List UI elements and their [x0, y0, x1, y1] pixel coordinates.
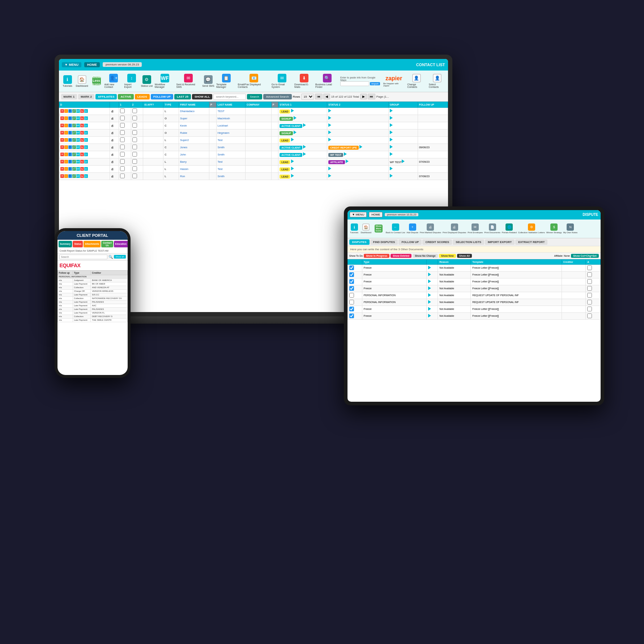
tab-follow-up[interactable]: FOLLOW UP: [398, 239, 422, 245]
checkbox-2[interactable]: [132, 145, 137, 149]
show-col-button[interactable]: Show Col+Chg+Set: [571, 254, 599, 258]
table-cell-lastname[interactable]: Smith: [216, 151, 246, 158]
table-cell-lastname[interactable]: Smith: [216, 172, 246, 180]
tab-import-export[interactable]: IMPORT EXPORT: [485, 239, 515, 245]
table-cell-firstname[interactable]: John: [179, 151, 209, 158]
table-cell-firstname[interactable]: Dhaniadaco: [179, 107, 209, 115]
table-cell-lastname[interactable]: Test: [216, 158, 246, 165]
table-cell-lastname[interactable]: Lockhart: [216, 122, 246, 129]
table-cell-lastname[interactable]: Test: [216, 136, 246, 144]
tablet-print-displayed-button[interactable]: 🖨 Print Displayed Disputes: [443, 223, 466, 234]
row-icon-link[interactable]: 🔗: [72, 131, 76, 135]
row-icon-person[interactable]: 👤: [68, 153, 72, 156]
template-manager-button[interactable]: 📋 Template Manager: [216, 74, 236, 88]
group-triangle[interactable]: [390, 138, 393, 141]
group-triangle[interactable]: [390, 131, 393, 134]
tablet-tutorials-button[interactable]: ℹ Tutorials: [349, 223, 359, 234]
row-icon-d[interactable]: D: [84, 160, 88, 163]
checkbox-1[interactable]: [120, 152, 125, 157]
mark1-button[interactable]: MARK 1: [61, 94, 77, 99]
checkbox-2[interactable]: [132, 130, 137, 135]
row-icon-person[interactable]: 👤: [68, 138, 72, 142]
row-icon-info[interactable]: !: [64, 131, 68, 135]
dispute-tri-btn[interactable]: [428, 314, 431, 317]
table-cell-firstname[interactable]: Kevin: [179, 122, 209, 129]
row-icon-x[interactable]: ✕: [60, 124, 64, 127]
search-input[interactable]: [213, 94, 246, 100]
tab-selection-lists[interactable]: SELECTION LISTS: [453, 239, 484, 245]
status2-triangle[interactable]: [346, 159, 349, 163]
dispute-a-checkbox[interactable]: [587, 286, 592, 291]
dashboard-button[interactable]: 🏠 Dashboard: [76, 75, 89, 87]
table-cell-lastname[interactable]: TEST: [216, 107, 246, 115]
tablet-print-documents-button[interactable]: 📄 Print Documents: [484, 223, 500, 234]
row-icon-n[interactable]: N: [80, 167, 84, 171]
send-sms-button[interactable]: 💬 Send SMS: [202, 75, 215, 87]
status-triangle[interactable]: [303, 152, 306, 156]
checkbox-1[interactable]: [120, 174, 125, 178]
checkbox-1[interactable]: [120, 159, 125, 164]
dispute-a-checkbox[interactable]: [587, 272, 592, 277]
row-icon-link[interactable]: 🔗: [72, 124, 76, 127]
select-contacts-button[interactable]: 👤 Select Contacts: [429, 74, 446, 88]
status-triangle[interactable]: [291, 167, 294, 170]
row-icon-info[interactable]: !: [64, 116, 68, 120]
google-maps-input[interactable]: [340, 81, 369, 86]
row-icon-info[interactable]: !: [64, 160, 68, 163]
tablet-my-own-notes-button[interactable]: N My Own Notes: [563, 223, 577, 234]
row-icon-info[interactable]: !: [64, 153, 68, 156]
status2-triangle[interactable]: [328, 174, 331, 178]
status2-triangle[interactable]: [328, 116, 331, 120]
checkbox-2[interactable]: [132, 152, 137, 157]
first-page-button[interactable]: ⏮: [315, 94, 323, 99]
status-triangle[interactable]: [291, 174, 294, 178]
leads-button[interactable]: LEADS: [135, 94, 150, 99]
last25-button[interactable]: LAST 25: [174, 94, 191, 99]
show-less-icons-button[interactable]: Show Less Icons: [90, 77, 103, 85]
row-icon-info[interactable]: !: [64, 109, 68, 113]
row-icon-link[interactable]: 🔗: [72, 160, 76, 163]
dispute-a-checkbox[interactable]: [587, 265, 592, 270]
row-icon-x[interactable]: ✕: [60, 116, 64, 120]
table-cell-firstname[interactable]: Barry: [179, 158, 209, 165]
status-triangle[interactable]: [303, 123, 306, 127]
status2-triangle[interactable]: [328, 131, 331, 134]
checkbox-2[interactable]: [132, 159, 137, 164]
dispute-checkbox[interactable]: [349, 279, 354, 284]
phone-tab-contact[interactable]: Contact Us: [101, 241, 113, 247]
row-icon-x[interactable]: ✕: [60, 145, 64, 149]
dispute-a-checkbox[interactable]: [587, 307, 592, 311]
row-icon-x[interactable]: ✕: [60, 138, 64, 142]
dispute-tri-btn[interactable]: [428, 293, 431, 297]
advanced-search-button[interactable]: Advanced Search: [263, 94, 292, 99]
dispute-checkbox[interactable]: [349, 265, 354, 270]
row-icon-n[interactable]: N: [80, 116, 84, 120]
row-icon-n[interactable]: N: [80, 160, 84, 163]
zapier-button[interactable]: zapier Be Happier with Zapier: [383, 75, 404, 87]
phone-tab-status[interactable]: Status: [73, 241, 83, 247]
status-triangle[interactable]: [294, 116, 297, 120]
row-icon-person[interactable]: 👤: [68, 145, 72, 149]
row-icon-d[interactable]: D: [84, 145, 88, 149]
show-new-button[interactable]: Show New: [439, 254, 456, 258]
tutorials-button[interactable]: ℹ Tutorials: [61, 75, 74, 87]
row-icon-x[interactable]: ✕: [60, 160, 64, 163]
dispute-a-checkbox[interactable]: [587, 314, 592, 318]
dispute-tri-btn[interactable]: [428, 286, 431, 290]
tab-find-disputes[interactable]: FIND DISPUTES: [370, 239, 398, 245]
phone-show-all-button[interactable]: Show all: [114, 255, 126, 259]
show-deleted-button[interactable]: Show Deleted: [391, 254, 411, 258]
row-icon-link[interactable]: 🔗: [72, 174, 76, 178]
phone-search-input[interactable]: [59, 255, 107, 259]
checkbox-1[interactable]: [120, 116, 125, 120]
status-triangle[interactable]: [303, 145, 306, 149]
row-icon-n[interactable]: N: [80, 138, 84, 142]
home-button[interactable]: HOME: [84, 62, 100, 67]
checkbox-1[interactable]: [120, 145, 125, 149]
checkbox-1[interactable]: [120, 130, 125, 135]
email-fax-button[interactable]: 📧 Email/Fax Displayed Contacts: [238, 74, 270, 88]
row-icon-x[interactable]: ✕: [60, 109, 64, 113]
dispute-a-checkbox[interactable]: [587, 300, 592, 304]
row-icon-person[interactable]: 👤: [68, 131, 72, 135]
row-icon-info[interactable]: !: [64, 145, 68, 149]
